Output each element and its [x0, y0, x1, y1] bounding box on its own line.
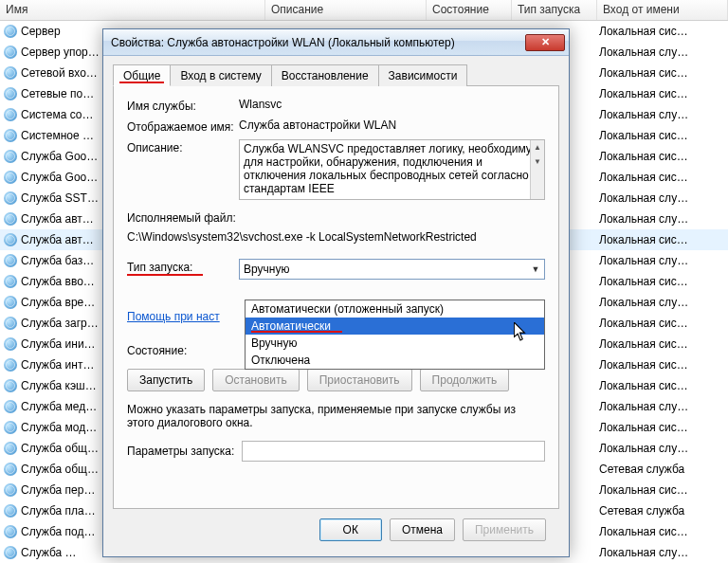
service-logon: Локальная сис… [597, 233, 728, 246]
service-logon: Локальная слу… [597, 296, 728, 309]
service-name: Сервер упор… [21, 45, 100, 59]
cancel-button[interactable]: Отмена [390, 518, 455, 541]
col-desc[interactable]: Описание [265, 0, 427, 20]
params-input[interactable] [242, 441, 545, 462]
service-logon: Локальная слу… [597, 45, 728, 59]
service-logon: Локальная слу… [597, 546, 728, 559]
service-name: Сетевые по… [21, 87, 94, 100]
tab-recovery[interactable]: Восстановление [271, 64, 379, 86]
scroll-up-icon[interactable]: ▲ [531, 140, 544, 154]
service-name: Система со… [21, 108, 93, 121]
service-logon: Локальная сис… [597, 171, 728, 184]
help-link[interactable]: Помощь при наст [127, 310, 220, 323]
service-logon: Локальная сис… [597, 275, 728, 288]
service-logon: Локальная слу… [597, 442, 728, 455]
dialog-title: Свойства: Служба автонастройки WLAN (Лок… [111, 36, 525, 49]
titlebar[interactable]: Свойства: Служба автонастройки WLAN (Лок… [103, 29, 569, 56]
note-text: Можно указать параметры запуска, применя… [127, 403, 545, 429]
gear-icon [4, 275, 17, 288]
service-name: Служба общ… [21, 463, 99, 476]
tab-deps[interactable]: Зависимости [378, 64, 468, 86]
service-logon: Локальная слу… [597, 108, 728, 121]
service-name: Служба вво… [21, 275, 95, 288]
gear-icon [4, 400, 17, 413]
service-name: Служба Goo… [21, 150, 98, 163]
service-name: Системное … [21, 129, 94, 142]
gear-icon [4, 87, 17, 100]
properties-dialog: Свойства: Служба автонастройки WLAN (Лок… [102, 28, 570, 557]
gear-icon [4, 442, 17, 455]
scroll-down-icon[interactable]: ▼ [531, 154, 544, 169]
gear-icon [4, 358, 17, 372]
gear-icon [4, 25, 17, 38]
gear-icon [4, 546, 17, 559]
tab-general[interactable]: Общие [113, 64, 171, 86]
service-logon: Локальная сис… [597, 379, 728, 392]
gear-icon [4, 171, 17, 184]
lbl-description: Описание: [127, 139, 239, 154]
gear-icon [4, 66, 17, 80]
gear-icon [4, 191, 17, 205]
service-name: Служба мод… [21, 421, 97, 434]
tab-logon[interactable]: Вход в систему [170, 64, 271, 86]
service-name: Служба вре… [21, 296, 95, 309]
service-name: Служба авт… [21, 212, 94, 226]
gear-icon [4, 317, 17, 330]
service-logon: Локальная сис… [597, 483, 728, 497]
service-name: Сервер [21, 25, 61, 38]
service-logon: Сетевая служба [597, 463, 728, 476]
description-box[interactable]: Служба WLANSVC предоставляет логику, нео… [239, 139, 545, 200]
service-logon: Локальная слу… [597, 191, 728, 205]
dropdown-option[interactable]: Вручную [246, 335, 544, 352]
description-text: Служба WLANSVC предоставляет логику, нео… [244, 142, 540, 195]
lbl-display-name: Отображаемое имя: [127, 118, 239, 134]
close-icon[interactable]: ✕ [525, 34, 565, 51]
gear-icon [4, 337, 17, 351]
gear-icon [4, 212, 17, 226]
service-logon: Локальная сис… [597, 150, 728, 163]
column-headers: Имя Описание Состояние Тип запуска Вход … [0, 0, 728, 21]
start-button[interactable]: Запустить [127, 369, 205, 391]
dropdown-option[interactable]: Отключена [246, 352, 544, 369]
col-logon[interactable]: Вход от имени [597, 0, 728, 20]
gear-icon [4, 129, 17, 142]
service-logon: Локальная слу… [597, 400, 728, 413]
val-svc-name: Wlansvc [239, 98, 545, 111]
resume-button: Продолжить [420, 369, 510, 391]
gear-icon [4, 463, 17, 476]
gear-icon [4, 421, 17, 434]
service-name: Служба мед… [21, 400, 97, 413]
gear-icon [4, 379, 17, 392]
gear-icon [4, 483, 17, 497]
gear-icon [4, 296, 17, 309]
service-logon: Локальная сис… [597, 87, 728, 100]
col-name[interactable]: Имя [0, 0, 265, 20]
val-display-name: Служба автонастройки WLAN [239, 118, 545, 132]
lbl-state: Состояние: [127, 342, 239, 357]
startup-combo[interactable]: Вручную ▼ [239, 259, 545, 280]
startup-dropdown[interactable]: Автоматически (отложенный запуск)Автомат… [245, 300, 545, 370]
pause-button: Приостановить [307, 369, 412, 391]
gear-icon [4, 45, 17, 59]
gear-icon [4, 150, 17, 163]
service-logon: Локальная сис… [597, 25, 728, 38]
service-name: Служба кэш… [21, 379, 97, 392]
gear-icon [4, 233, 17, 246]
col-start[interactable]: Тип запуска [512, 0, 597, 20]
tab-page-general: Имя службы: Wlansvc Отображаемое имя: Сл… [113, 86, 559, 509]
service-logon: Локальная сис… [597, 358, 728, 372]
col-state[interactable]: Состояние [427, 0, 512, 20]
dropdown-option[interactable]: Автоматически [246, 318, 544, 335]
ok-button[interactable]: ОК [319, 518, 382, 541]
service-name: Служба ини… [21, 337, 96, 351]
chevron-down-icon[interactable]: ▼ [527, 260, 544, 279]
service-logon: Локальная слу… [597, 212, 728, 226]
apply-button: Применить [463, 518, 546, 541]
service-name: Служба Goo… [21, 171, 98, 184]
dropdown-option[interactable]: Автоматически (отложенный запуск) [246, 300, 544, 318]
service-logon: Сетевая служба [597, 504, 728, 518]
stop-button: Остановить [212, 369, 300, 391]
service-name: Сетевой вхо… [21, 66, 98, 80]
scrollbar[interactable]: ▲ ▼ [530, 140, 544, 199]
lbl-exe: Исполняемый файл: [127, 211, 545, 225]
